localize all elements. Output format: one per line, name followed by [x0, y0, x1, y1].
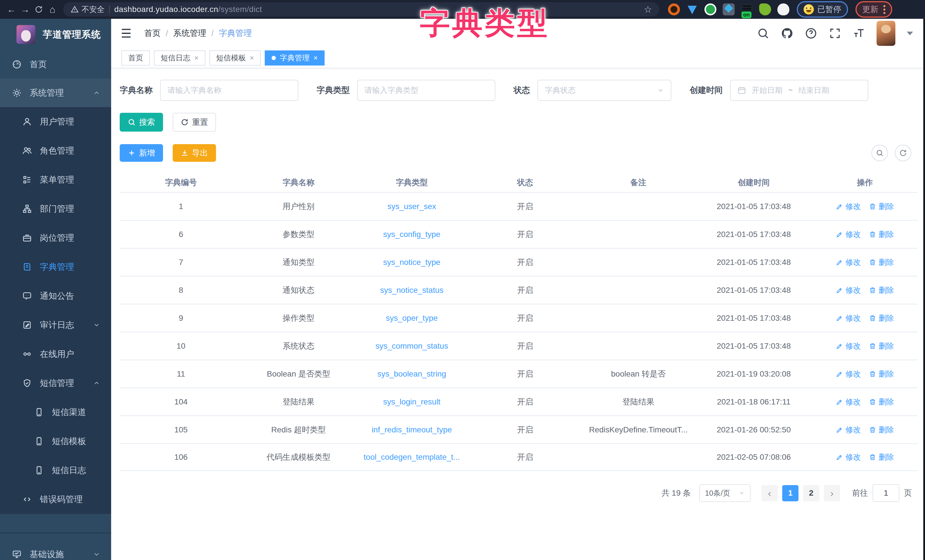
date-range-picker[interactable]: 开始日期 ~ 结束日期 [730, 80, 868, 101]
search-button[interactable]: 搜索 [120, 113, 163, 132]
extension-icon[interactable] [759, 3, 771, 15]
sidebar-item-dict[interactable]: 字典管理 [0, 252, 111, 282]
github-icon[interactable] [781, 27, 793, 39]
dict-type-link[interactable]: sys_boolean_string [355, 369, 469, 379]
extension-icon[interactable] [686, 3, 698, 15]
update-badge[interactable]: 更新 [856, 1, 892, 18]
hamburger-icon[interactable] [121, 27, 132, 41]
close-icon[interactable] [250, 54, 254, 62]
help-icon[interactable] [805, 27, 817, 39]
dict-name-field[interactable] [160, 80, 298, 101]
browser-forward-icon[interactable] [18, 3, 32, 16]
dict-type-link[interactable]: sys_oper_type [355, 314, 469, 323]
edit-link[interactable]: 修改 [836, 425, 861, 435]
delete-link[interactable]: 删除 [869, 257, 894, 268]
reset-button[interactable]: 重置 [173, 113, 216, 132]
edit-link[interactable]: 修改 [836, 452, 861, 462]
sidebar-item-sms-channel[interactable]: 短信渠道 [0, 397, 111, 427]
dict-type-link[interactable]: sys_login_result [355, 397, 469, 406]
sidebar-item-system[interactable]: 系统管理 [0, 78, 111, 107]
extension-icon[interactable] [704, 3, 716, 15]
bookmark-star-icon[interactable] [644, 4, 652, 15]
dict-type-link[interactable]: inf_redis_timeout_type [355, 425, 469, 434]
add-button[interactable]: 新增 [120, 144, 163, 162]
goto-page-input[interactable] [872, 484, 899, 502]
browser-reload-icon[interactable] [32, 3, 45, 16]
toggle-search-button[interactable] [871, 145, 888, 161]
search-icon[interactable] [757, 27, 770, 39]
close-icon[interactable] [313, 54, 318, 62]
close-icon[interactable] [194, 54, 199, 62]
delete-link[interactable]: 删除 [869, 202, 894, 212]
sidebar-item-error-code[interactable]: 错误码管理 [0, 485, 111, 514]
refresh-table-button[interactable] [895, 145, 911, 161]
sidebar-item-online-users[interactable]: 在线用户 [0, 340, 111, 369]
dict-type-link[interactable]: sys_common_status [355, 342, 469, 351]
sidebar-item-roles[interactable]: 角色管理 [0, 136, 111, 165]
address-bar[interactable]: 不安全 dashboard.yudao.iocoder.cn/system/di… [63, 2, 660, 17]
page-size-select[interactable]: 10条/页 [699, 484, 750, 502]
extension-icon[interactable]: on [741, 3, 753, 15]
dict-type-link[interactable]: sys_user_sex [355, 202, 469, 211]
next-page-button[interactable] [824, 485, 840, 501]
browser-home-icon[interactable] [45, 3, 59, 16]
edit-link[interactable]: 修改 [836, 202, 861, 212]
prev-page-button[interactable] [761, 485, 778, 501]
dict-type-input[interactable] [365, 86, 488, 95]
dict-type-link[interactable]: sys_notice_status [355, 286, 469, 295]
edit-link[interactable]: 修改 [836, 313, 861, 323]
sidebar-item-notice[interactable]: 通知公告 [0, 282, 111, 310]
edit-link[interactable]: 修改 [836, 229, 861, 239]
col-time: 创建时间 [695, 177, 812, 188]
tab-sms-log[interactable]: 短信日志 [154, 50, 205, 66]
sidebar-item-users[interactable]: 用户管理 [0, 107, 111, 136]
font-size-icon[interactable] [853, 27, 865, 39]
edit-link[interactable]: 修改 [836, 257, 861, 268]
delete-link[interactable]: 删除 [869, 229, 894, 239]
delete-link[interactable]: 删除 [869, 313, 894, 323]
export-button[interactable]: 导出 [173, 144, 216, 162]
browser-back-icon[interactable] [5, 3, 18, 16]
paused-badge[interactable]: 已暂停 [797, 1, 848, 18]
tab-dict-active[interactable]: 字典管理 [265, 50, 325, 66]
edit-link[interactable]: 修改 [836, 341, 861, 351]
fullscreen-icon[interactable] [829, 27, 841, 39]
delete-link[interactable]: 删除 [869, 285, 894, 295]
sidebar-item-audit-log[interactable]: 审计日志 [0, 310, 111, 340]
sidebar-item-infrastructure[interactable]: 基础设施 [0, 540, 111, 560]
page-button-1[interactable]: 1 [782, 485, 798, 501]
security-warning[interactable]: 不安全 [71, 4, 105, 15]
sidebar-item-sms[interactable]: 短信管理 [0, 369, 111, 397]
dict-type-field[interactable] [357, 80, 495, 101]
dict-type-link[interactable]: sys_config_type [355, 230, 469, 239]
delete-link[interactable]: 删除 [869, 369, 894, 379]
tab-sms-template[interactable]: 短信模板 [209, 50, 261, 66]
extension-icon[interactable] [777, 3, 789, 15]
tab-home[interactable]: 首页 [121, 50, 150, 66]
extension-icon[interactable] [723, 3, 735, 15]
delete-link[interactable]: 删除 [869, 341, 894, 351]
dict-type-link[interactable]: sys_notice_type [355, 258, 469, 267]
status-select[interactable]: 字典状态 [538, 80, 671, 101]
breadcrumb-system[interactable]: 系统管理 [173, 28, 206, 39]
extension-icon[interactable] [668, 3, 680, 15]
avatar-dropdown-caret-icon[interactable] [907, 32, 913, 35]
sidebar-item-departments[interactable]: 部门管理 [0, 194, 111, 223]
sidebar-item-home[interactable]: 首页 [0, 50, 111, 78]
browser-menu-icon[interactable] [883, 5, 885, 14]
dict-name-input[interactable] [167, 86, 291, 95]
edit-link[interactable]: 修改 [836, 369, 861, 379]
sidebar-item-menus[interactable]: 菜单管理 [0, 165, 111, 194]
delete-link[interactable]: 删除 [869, 425, 894, 435]
dict-type-link[interactable]: tool_codegen_template_t... [355, 453, 469, 462]
delete-link[interactable]: 删除 [869, 397, 894, 407]
sidebar-item-posts[interactable]: 岗位管理 [0, 223, 111, 252]
edit-link[interactable]: 修改 [836, 397, 861, 407]
delete-link[interactable]: 删除 [869, 452, 894, 462]
page-button-2[interactable]: 2 [803, 485, 819, 501]
sidebar-item-sms-template[interactable]: 短信模板 [0, 427, 111, 456]
user-avatar[interactable] [877, 21, 895, 46]
sidebar-item-sms-log[interactable]: 短信日志 [0, 456, 111, 485]
edit-link[interactable]: 修改 [836, 285, 861, 295]
breadcrumb-home[interactable]: 首页 [144, 28, 161, 39]
